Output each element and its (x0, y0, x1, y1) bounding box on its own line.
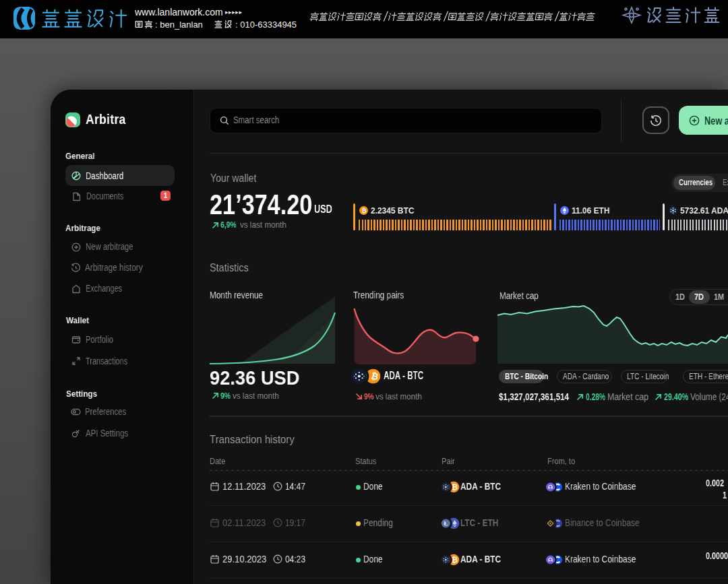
svg-text:www.lanlanwork.com: www.lanlanwork.com (134, 7, 223, 18)
svg-text:▸▸▸▸▸: ▸▸▸▸▸ (225, 9, 243, 15)
svg-text:₿: ₿ (452, 556, 458, 564)
svg-text:Ł: Ł (444, 519, 448, 527)
svg-text:: 010-63334945: : 010-63334945 (235, 20, 297, 30)
svg-text:₿: ₿ (361, 207, 366, 214)
svg-text:₿: ₿ (452, 483, 458, 491)
svg-text:: ben_lanlan: : ben_lanlan (155, 20, 203, 30)
